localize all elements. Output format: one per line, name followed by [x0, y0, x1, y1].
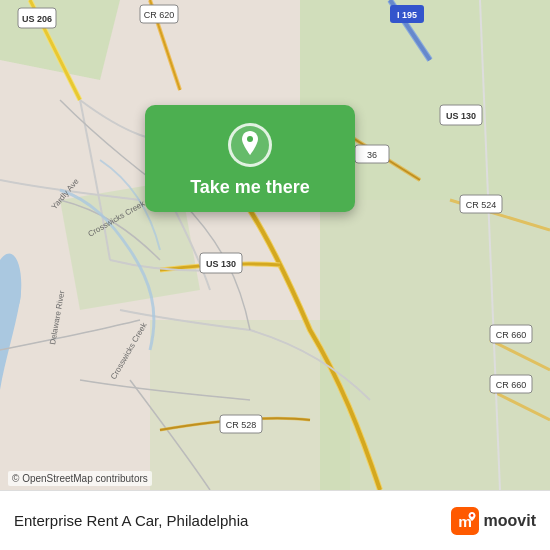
place-title: Enterprise Rent A Car, Philadelphia: [14, 512, 451, 529]
moovit-logo: m moovit: [451, 507, 536, 535]
map-container: US 206 CR 620 I 195 US 130 36 US 130 CR …: [0, 0, 550, 490]
bottom-bar: Enterprise Rent A Car, Philadelphia m mo…: [0, 490, 550, 550]
svg-point-42: [247, 136, 253, 142]
moovit-icon: m: [451, 507, 479, 535]
svg-text:I 195: I 195: [397, 10, 417, 20]
take-me-there-popup[interactable]: Take me there: [145, 105, 355, 212]
svg-text:US 206: US 206: [22, 14, 52, 24]
osm-attribution: © OpenStreetMap contributors: [8, 471, 152, 486]
take-me-there-label: Take me there: [190, 177, 310, 198]
location-pin-icon: [238, 131, 262, 159]
svg-point-46: [470, 514, 473, 517]
map-background: US 206 CR 620 I 195 US 130 36 US 130 CR …: [0, 0, 550, 490]
svg-text:CR 620: CR 620: [144, 10, 175, 20]
svg-rect-2: [320, 200, 550, 490]
location-pin-circle: [228, 123, 272, 167]
svg-text:CR 660: CR 660: [496, 330, 527, 340]
svg-text:US 130: US 130: [446, 111, 476, 121]
moovit-label: moovit: [484, 512, 536, 530]
svg-text:CR 528: CR 528: [226, 420, 257, 430]
svg-text:CR 524: CR 524: [466, 200, 497, 210]
svg-text:US 130: US 130: [206, 259, 236, 269]
svg-text:CR 660: CR 660: [496, 380, 527, 390]
svg-text:36: 36: [367, 150, 377, 160]
